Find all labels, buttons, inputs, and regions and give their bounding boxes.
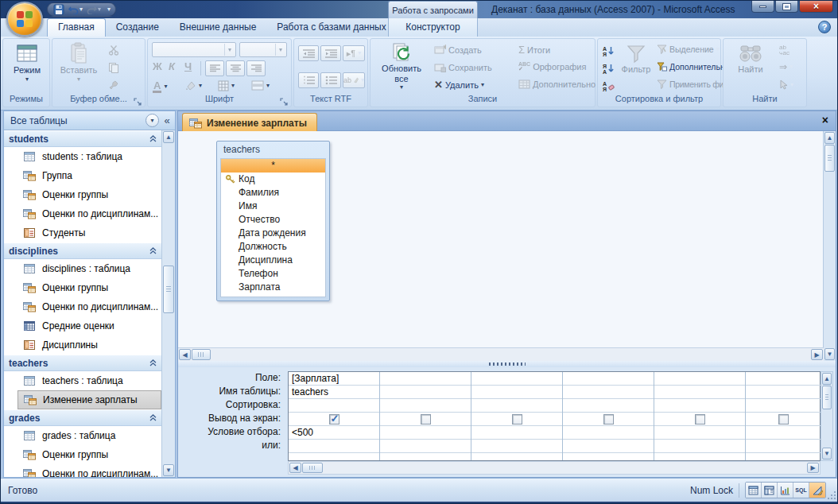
sidebar-group-header-disciplines[interactable]: disciplines: [4, 242, 161, 259]
format-painter-button[interactable]: [105, 77, 122, 93]
select-button[interactable]: ▾: [779, 79, 793, 90]
field-list[interactable]: teachers *КодФамилияИмяОтчествоДата рожд…: [216, 141, 330, 301]
scroll-left-icon[interactable]: ◀: [179, 349, 191, 360]
grid-cell-table[interactable]: [654, 386, 745, 399]
show-checkbox[interactable]: [421, 414, 431, 425]
grid-cell-table[interactable]: [746, 386, 821, 399]
sql-view-button[interactable]: SQL: [793, 483, 809, 498]
clipboard-dialog-launcher-icon[interactable]: [134, 95, 143, 105]
grid-cell-show[interactable]: [380, 413, 471, 426]
grid-cell-sort[interactable]: [471, 399, 562, 413]
tab-database-tools[interactable]: Работа с базами данных: [266, 18, 396, 37]
show-checkbox[interactable]: [695, 414, 705, 425]
grid-cell-field[interactable]: [Зарплата]: [289, 372, 379, 386]
more-records-button[interactable]: Дополнительно▾: [518, 79, 601, 89]
design-view-button[interactable]: [809, 483, 825, 498]
sort-descending-button[interactable]: ЯА: [599, 60, 617, 76]
scroll-right-icon[interactable]: ▶: [811, 349, 823, 360]
grid-cell-criteria[interactable]: [380, 426, 471, 440]
align-right-button[interactable]: [246, 60, 266, 76]
scrollbar-thumb[interactable]: [302, 463, 323, 473]
scrollbar-thumb[interactable]: [824, 145, 835, 172]
spelling-button[interactable]: ABC✓ Орфография: [518, 62, 586, 72]
grid-cell-sort[interactable]: [380, 399, 471, 413]
tab-external-data[interactable]: Внешние данные: [169, 18, 267, 37]
field-row[interactable]: Фамилия: [221, 186, 325, 200]
shutter-close-icon[interactable]: «: [159, 114, 175, 126]
font-name-combobox[interactable]: ▾: [152, 42, 236, 57]
grid-cell-sort[interactable]: [746, 399, 821, 413]
sidebar-group-header-teachers[interactable]: teachers: [4, 355, 161, 371]
pivottable-view-button[interactable]: [762, 483, 778, 498]
sidebar-item[interactable]: Оценки группы: [4, 445, 161, 464]
sidebar-scrollbar[interactable]: ▲ ▼: [161, 130, 175, 477]
grid-cell-table[interactable]: [471, 386, 562, 399]
scroll-down-icon[interactable]: ▼: [822, 448, 832, 459]
show-checkbox[interactable]: [603, 414, 614, 425]
grid-cell-criteria[interactable]: [654, 426, 745, 440]
font-size-combobox[interactable]: ▾: [239, 42, 287, 57]
grid-cell-criteria[interactable]: [563, 426, 654, 440]
grid-cell-table[interactable]: [380, 386, 471, 399]
scrollbar-thumb[interactable]: [192, 349, 211, 360]
field-row[interactable]: Дата рождения: [221, 227, 325, 240]
view-button[interactable]: Режим ▾: [5, 42, 49, 83]
grid-cell-sort[interactable]: [289, 399, 379, 413]
grid-cell-show[interactable]: [471, 413, 562, 426]
align-center-button[interactable]: [226, 60, 245, 76]
office-button[interactable]: [6, 2, 43, 37]
nav-menu-dropdown-icon[interactable]: ▾: [145, 114, 159, 127]
cut-button[interactable]: [105, 42, 122, 58]
pivotchart-view-button[interactable]: [778, 483, 793, 498]
scrollbar-thumb[interactable]: [822, 386, 832, 409]
grid-vertical-scrollbar[interactable]: ▲ ▼: [821, 371, 833, 461]
chevron-double-up-icon[interactable]: [149, 134, 157, 145]
filter-button[interactable]: Фильтр: [617, 44, 655, 75]
document-close-icon[interactable]: ×: [822, 114, 828, 126]
grid-cell-or[interactable]: [746, 440, 821, 453]
chevron-double-up-icon[interactable]: [149, 358, 157, 369]
align-left-button[interactable]: [205, 60, 224, 76]
gridlines-button[interactable]: ▾: [218, 80, 235, 91]
sidebar-item[interactable]: Дисциплины: [4, 335, 161, 355]
sidebar-item[interactable]: Оценки по дисциплинам...: [4, 464, 161, 477]
grid-cell-or[interactable]: [380, 440, 471, 453]
grid-cell-sort[interactable]: [563, 399, 654, 413]
grid-cell-or[interactable]: [289, 440, 379, 453]
sidebar-item[interactable]: Оценки по дисциплинам...: [4, 297, 161, 316]
sidebar-group-header-students[interactable]: students: [4, 130, 161, 147]
field-row[interactable]: Телефон: [221, 267, 325, 281]
sidebar-item[interactable]: Оценки группы: [4, 185, 161, 204]
grid-cell-field[interactable]: [746, 372, 821, 386]
decrease-indent-button[interactable]: [298, 45, 319, 61]
grid-cell-field[interactable]: [380, 372, 471, 386]
sidebar-item[interactable]: disciplines : таблица: [4, 259, 161, 278]
alternate-fill-button[interactable]: ▾: [251, 80, 270, 91]
field-row[interactable]: Отчество: [221, 213, 325, 227]
grid-cell-or[interactable]: [654, 440, 745, 453]
grid-cell-show[interactable]: [289, 413, 379, 426]
scroll-up-icon[interactable]: ▲: [163, 131, 174, 143]
field-list-title[interactable]: teachers: [217, 142, 329, 157]
save-record-button[interactable]: Сохранить: [434, 62, 492, 72]
show-checkbox[interactable]: [512, 414, 522, 425]
numbered-list-button[interactable]: [298, 72, 319, 88]
sort-ascending-button[interactable]: АЯ: [599, 43, 617, 59]
help-icon[interactable]: ?: [818, 21, 831, 33]
grid-cell-table[interactable]: teachers: [289, 386, 379, 399]
show-checkbox[interactable]: [778, 414, 789, 425]
goto-button[interactable]: ⇒▾: [779, 62, 793, 72]
maximize-button[interactable]: [775, 1, 798, 13]
sidebar-item[interactable]: grades : таблица: [4, 426, 161, 445]
grid-cell-criteria[interactable]: <500: [289, 426, 379, 440]
italic-button[interactable]: К: [169, 61, 175, 72]
redo-button[interactable]: ▾: [86, 3, 102, 16]
font-color-button[interactable]: А▾: [153, 80, 167, 93]
document-tab[interactable]: Изменение зарплаты: [182, 113, 317, 132]
grid-cell-or[interactable]: [563, 440, 654, 453]
sidebar-item[interactable]: Изменение зарплаты: [17, 390, 161, 409]
resize-grip[interactable]: [826, 479, 837, 502]
grid-cell-field[interactable]: [471, 372, 562, 386]
refresh-all-button[interactable]: Обновить все ▾: [377, 42, 426, 91]
sidebar-item[interactable]: Группа: [4, 166, 161, 185]
